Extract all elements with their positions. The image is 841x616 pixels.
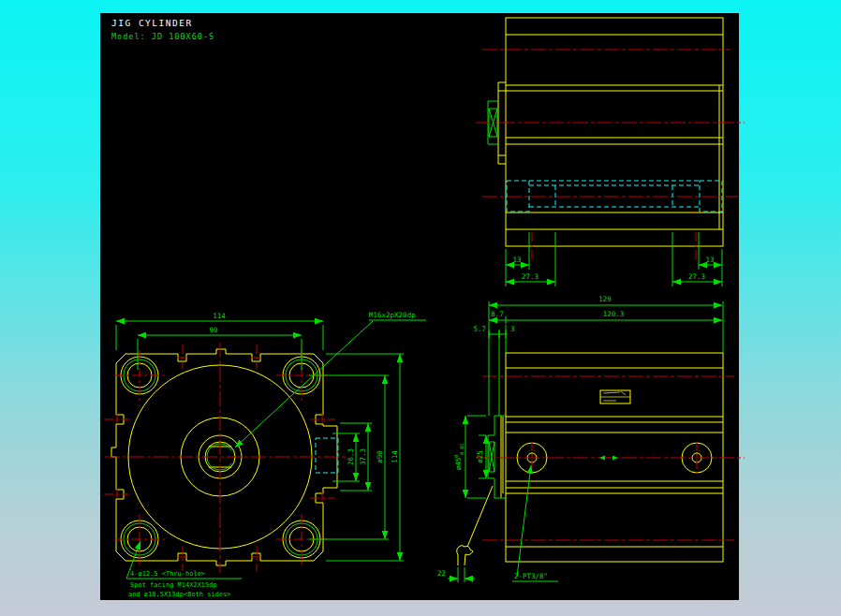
dim-slot-26-3: 26.3 bbox=[347, 448, 355, 465]
dim-height-114: 114 bbox=[391, 450, 399, 463]
note-line-1: 4-ø12.5 <Thru-hole> bbox=[130, 570, 205, 578]
dim-right-27-3: 27.3 bbox=[688, 272, 705, 281]
dim-rod-dia: ø25 bbox=[476, 450, 484, 463]
dim-plate-3: 3 bbox=[510, 325, 515, 333]
dim-left-27-3: 27.3 bbox=[522, 272, 539, 281]
drawing-area bbox=[100, 13, 739, 600]
dim-right-13: 13 bbox=[705, 256, 714, 264]
dim-body-120-3: 120.3 bbox=[603, 310, 625, 318]
dim-pitch-90: 90 bbox=[209, 326, 218, 334]
thread-callout: M16x2pX20dp bbox=[369, 311, 416, 319]
dim-overall-129: 129 bbox=[598, 295, 612, 303]
drawing-title: JIG CYLINDER bbox=[111, 18, 193, 28]
dim-bolt-circle-90: ø90 bbox=[376, 450, 384, 463]
cad-canvas: JIG CYLINDER Model: JD 100X60-S bbox=[0, 0, 841, 616]
port-callout: 2-PT3/8" bbox=[514, 572, 548, 580]
model-label: Model: JD 100X60-S bbox=[111, 32, 214, 41]
note-line-2: Spot facing M14X2X15dp bbox=[130, 581, 217, 589]
dim-left-13: 13 bbox=[512, 256, 521, 264]
dim-rod-5-7: 5.7 bbox=[473, 325, 486, 333]
boss-dia-value: ø45 bbox=[454, 458, 463, 471]
boss-tol-lower: -0.05 bbox=[459, 444, 465, 458]
dim-head-8-7: 8.7 bbox=[491, 310, 504, 318]
dim-width-114: 114 bbox=[213, 312, 226, 320]
dim-tab-37-3: 37.3 bbox=[359, 448, 367, 465]
note-line-3: and ø18.5X13dp<Both sides> bbox=[128, 591, 231, 598]
dim-flats-22: 22 bbox=[437, 569, 446, 578]
